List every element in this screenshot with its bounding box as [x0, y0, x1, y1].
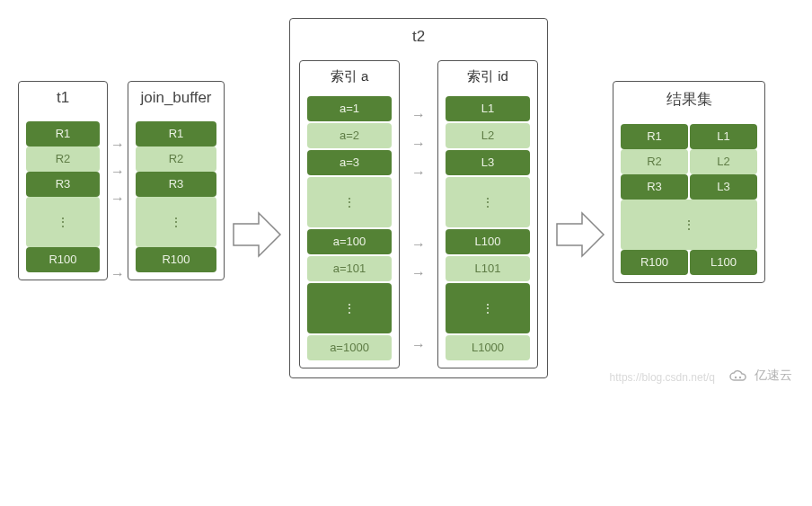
arrows-t1-to-buffer: → → → → — [108, 131, 128, 288]
t2-index-id-column: 索引 id L1 L2 L3 ⋮ L100 L101 ⋮ L1000 — [437, 60, 538, 368]
panel-t1: t1 R1 R2 R3 ⋮ R100 — [18, 81, 108, 280]
index-a-row: a=3 — [307, 150, 392, 175]
panel-t2: t2 索引 a a=1 a=2 a=3 ⋮ a=100 a=101 ⋮ a=10… — [289, 18, 548, 378]
index-a-gap: ⋮ — [307, 177, 392, 227]
t1-join-group: t1 R1 R2 R3 ⋮ R100 → → → → join_buffer R… — [18, 81, 225, 288]
index-id-gap: ⋮ — [446, 283, 530, 333]
result-r: R100 — [621, 250, 688, 275]
t1-title: t1 — [26, 89, 100, 107]
arrow-icon: → — [411, 130, 426, 157]
index-id-row: L3 — [446, 150, 530, 175]
index-a-row: a=100 — [307, 229, 392, 254]
result-row: R1 L1 — [621, 124, 757, 149]
arrow-icon: → — [411, 231, 426, 258]
index-a-row: a=1000 — [307, 335, 392, 360]
buffer-gap: ⋮ — [136, 197, 216, 247]
results-gap: ⋮ — [621, 200, 757, 250]
index-a-row: a=101 — [307, 256, 392, 281]
index-a-row: a=1 — [307, 96, 392, 121]
buffer-row: R2 — [136, 146, 216, 172]
watermark-url: https://blog.csdn.net/q — [610, 371, 715, 384]
results-title: 结果集 — [621, 89, 757, 110]
index-id-row: L2 — [446, 123, 530, 148]
panel-join-buffer: join_buffer R1 R2 R3 ⋮ R100 — [128, 81, 225, 280]
index-id-row: L1000 — [446, 335, 530, 360]
index-a-row: a=2 — [307, 123, 392, 148]
watermark-text: 亿速云 — [755, 368, 792, 384]
svg-point-0 — [735, 377, 737, 378]
result-l: L100 — [690, 250, 757, 275]
t2-index-a-column: 索引 a a=1 a=2 a=3 ⋮ a=100 a=101 ⋮ a=1000 — [299, 60, 400, 368]
arrow-icon: → — [110, 158, 125, 185]
t1-row: R1 — [26, 121, 100, 146]
t1-gap: ⋮ — [26, 197, 100, 247]
index-id-gap: ⋮ — [446, 177, 530, 227]
t1-row: R3 — [26, 172, 100, 197]
big-arrow-icon — [555, 208, 605, 262]
result-r: R2 — [621, 149, 688, 174]
result-l: L1 — [690, 124, 757, 149]
buffer-row: R1 — [136, 121, 216, 146]
index-a-gap: ⋮ — [307, 283, 392, 333]
t2-col-id-title: 索引 id — [446, 68, 530, 85]
buffer-row: R100 — [136, 247, 216, 272]
index-id-row: L1 — [446, 96, 530, 121]
buffer-row: R3 — [136, 172, 216, 197]
results-wrap: 结果集 R1 L1 R2 L2 R3 L3 ⋮ R100 L100 — [613, 81, 765, 283]
result-l: L3 — [690, 174, 757, 200]
t1-row: R2 — [26, 146, 100, 172]
arrows-a-to-id: → → → → → → — [409, 102, 428, 359]
t1-row: R100 — [26, 247, 100, 272]
arrow-icon: → — [411, 260, 426, 287]
result-row: R3 L3 — [621, 174, 757, 200]
result-r: R1 — [621, 124, 688, 149]
watermark-brand: 亿速云 — [728, 368, 792, 384]
join-buffer-title: join_buffer — [136, 89, 216, 107]
svg-point-1 — [739, 377, 741, 378]
cloud-icon — [728, 368, 749, 384]
index-id-row: L101 — [446, 256, 530, 281]
arrow-icon: → — [110, 261, 125, 288]
result-r: R3 — [621, 174, 688, 200]
diagram-root: t1 R1 R2 R3 ⋮ R100 → → → → join_buffer R… — [18, 18, 794, 378]
big-arrow-icon — [232, 208, 282, 262]
result-row: R100 L100 — [621, 250, 757, 275]
panel-results: 结果集 R1 L1 R2 L2 R3 L3 ⋮ R100 L100 — [613, 81, 765, 283]
result-row: R2 L2 — [621, 149, 757, 174]
arrow-icon: → — [411, 332, 426, 359]
arrow-icon: → — [110, 131, 125, 158]
t2-col-a-title: 索引 a — [307, 68, 392, 85]
arrow-icon: → — [411, 159, 426, 186]
index-id-row: L100 — [446, 229, 530, 254]
arrow-icon: → — [411, 102, 426, 129]
t2-title: t2 — [299, 28, 538, 46]
result-l: L2 — [690, 149, 757, 174]
arrow-icon: → — [110, 185, 125, 212]
